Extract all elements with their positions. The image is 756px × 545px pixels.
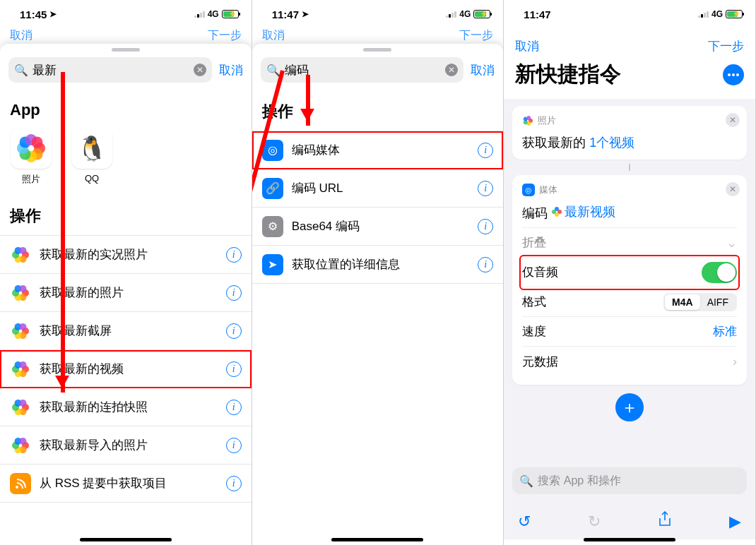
action-row-location-details[interactable]: ➤ 获取位置的详细信息 i [252, 246, 504, 284]
bg-next: 下一步 [459, 28, 493, 43]
redo-button[interactable]: ↻ [588, 513, 601, 531]
row-label: 获取位置的详细信息 [292, 256, 470, 272]
action-list: ◎ 编码媒体 i 🔗 编码 URL i ⚙ Base64 编码 i ➤ 获取位置… [252, 131, 504, 284]
clear-icon[interactable]: ✕ [194, 64, 206, 76]
search-placeholder: 搜索 App 和操作 [538, 474, 620, 489]
search-icon: 🔍 [14, 64, 28, 77]
info-icon[interactable]: i [226, 361, 242, 377]
info-icon[interactable]: i [478, 219, 493, 234]
photos-icon [522, 115, 533, 126]
app-qq[interactable]: 🐧 QQ [71, 128, 113, 186]
action-row-imported[interactable]: 获取最新导入的照片 i [0, 426, 252, 465]
bg-next: 下一步 [208, 28, 242, 43]
app-qq-label: QQ [85, 173, 99, 184]
undo-button[interactable]: ↺ [518, 513, 531, 531]
home-indicator [584, 538, 675, 541]
close-icon[interactable]: ✕ [726, 182, 740, 196]
more-button[interactable] [723, 64, 744, 85]
action-card-encode-media[interactable]: ✕ ◎ 媒体 编码 最新视频 折叠 [512, 175, 747, 385]
connector [512, 164, 747, 171]
info-icon[interactable]: i [226, 476, 242, 491]
row-label: 获取最新的照片 [40, 285, 218, 301]
seg-aiff[interactable]: AIFF [700, 294, 736, 310]
actions-header: 操作 [252, 90, 504, 131]
next-button[interactable]: 下一步 [708, 38, 744, 54]
annotation-arrow [61, 72, 65, 393]
signal-icon [698, 11, 709, 18]
gear-icon: ⚙ [262, 216, 283, 237]
bg-cancel: 取消 [10, 28, 33, 43]
location-icon: ➤ [302, 9, 309, 19]
row-label: 获取最新导入的照片 [40, 437, 218, 453]
add-action-button[interactable]: ＋ [615, 393, 644, 421]
row-label: Base64 编码 [292, 218, 470, 234]
metadata-row[interactable]: 元数据 › [522, 347, 737, 376]
action-row-photos[interactable]: 获取最新的照片 i [0, 274, 252, 312]
cancel-button[interactable]: 取消 [219, 62, 243, 78]
info-icon[interactable]: i [226, 400, 242, 415]
network-label: 4G [208, 9, 219, 19]
format-row[interactable]: 格式 M4A AIFF [522, 287, 737, 317]
card-param[interactable]: 最新视频 [565, 203, 615, 220]
action-row-live-photos[interactable]: 获取最新的实况照片 i [0, 236, 252, 274]
action-card-get-video[interactable]: ✕ 照片 获取最新的 1个视频 [512, 106, 747, 160]
info-icon[interactable]: i [226, 247, 242, 263]
row-label: 获取最新的连拍快照 [40, 399, 218, 415]
action-row-encode-media[interactable]: ◎ 编码媒体 i [252, 131, 504, 169]
photos-icon [10, 282, 31, 304]
home-indicator [331, 538, 423, 541]
search-field[interactable]: 🔍 ✕ [261, 57, 464, 83]
action-row-burst[interactable]: 获取最新的连拍快照 i [0, 388, 252, 426]
photos-icon [11, 128, 52, 169]
search-input[interactable] [33, 63, 189, 77]
info-icon[interactable]: i [226, 323, 242, 339]
pane-2: 11:47 ➤ 4G ⚡ 取消 下一步 🔍 ✕ 取消 操作 ◎ 编码媒体 [252, 0, 504, 545]
info-icon[interactable]: i [478, 257, 493, 272]
photos-icon [10, 397, 31, 418]
info-icon[interactable]: i [226, 285, 242, 301]
toggle-switch[interactable] [702, 262, 737, 283]
search-footer[interactable]: 🔍 搜索 App 和操作 [512, 467, 747, 494]
action-row-video[interactable]: 获取最新的视频 i [0, 350, 252, 388]
action-row-encode-url[interactable]: 🔗 编码 URL i [252, 169, 504, 208]
collapse-row[interactable]: 折叠 ⌄ [522, 228, 737, 258]
card-text-prefix: 获取最新的 [522, 136, 586, 150]
photos-icon [10, 359, 31, 380]
search-field[interactable]: 🔍 ✕ [8, 57, 212, 83]
row-label: 获取最新截屏 [40, 323, 218, 339]
seg-m4a[interactable]: M4A [665, 294, 700, 310]
search-sheet: 🔍 ✕ 取消 App [0, 44, 252, 545]
row-label: 编码媒体 [292, 142, 470, 158]
info-icon[interactable]: i [478, 143, 493, 158]
qq-icon: 🐧 [71, 128, 112, 169]
audio-only-row[interactable]: 仅音频 [522, 258, 737, 287]
card-param[interactable]: 1个视频 [589, 136, 634, 150]
search-icon: 🔍 [266, 64, 280, 77]
cancel-button[interactable]: 取消 [471, 62, 495, 78]
speed-row[interactable]: 速度 标准 [522, 317, 737, 347]
cancel-button[interactable]: 取消 [515, 38, 539, 54]
speed-value[interactable]: 标准 [713, 323, 737, 340]
format-segmented[interactable]: M4A AIFF [663, 293, 737, 311]
action-list: 获取最新的实况照片 i 获取最新的照片 i 获取最新截屏 i [0, 235, 252, 503]
action-row-screenshot[interactable]: 获取最新截屏 i [0, 312, 252, 350]
bottom-toolbar: ↺ ↻ ▶ [504, 511, 755, 532]
sheet-grabber[interactable] [363, 48, 391, 52]
sheet-grabber[interactable] [112, 48, 140, 52]
photos-flower-icon [17, 134, 45, 162]
card-kind: 媒体 [539, 184, 557, 196]
app-photos[interactable]: 照片 [10, 128, 52, 186]
action-row-rss[interactable]: 从 RSS 提要中获取项目 i [0, 465, 252, 503]
share-button[interactable] [658, 511, 672, 532]
action-row-base64[interactable]: ⚙ Base64 编码 i [252, 208, 504, 246]
close-icon[interactable]: ✕ [726, 113, 740, 127]
clear-icon[interactable]: ✕ [445, 64, 458, 76]
quicktime-icon: ◎ [522, 184, 535, 196]
network-label: 4G [459, 9, 471, 19]
annotation-arrow [306, 75, 310, 126]
row-label: 编码 URL [292, 180, 470, 196]
info-icon[interactable]: i [478, 181, 493, 196]
play-button[interactable]: ▶ [729, 513, 741, 531]
rss-icon [10, 473, 31, 494]
info-icon[interactable]: i [226, 438, 242, 453]
